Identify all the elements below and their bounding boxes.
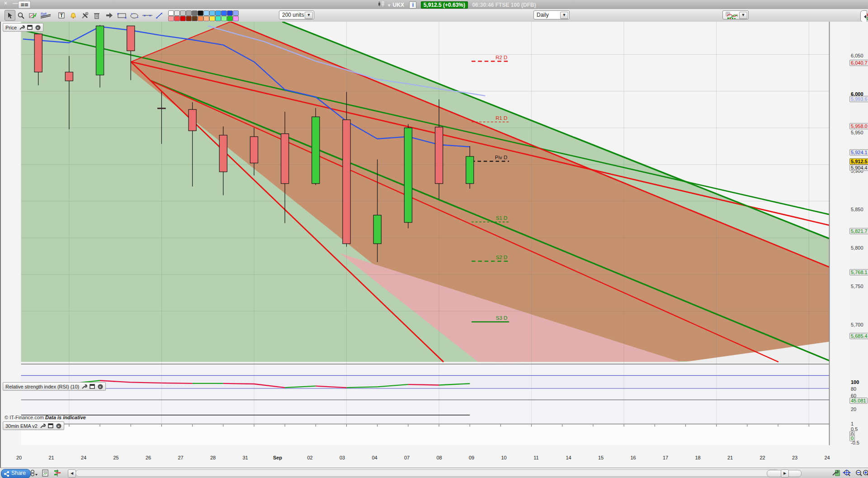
date-label: 04 <box>372 455 377 460</box>
color-swatch[interactable] <box>227 10 233 16</box>
color-swatch[interactable] <box>168 10 174 16</box>
color-swatch[interactable] <box>180 10 186 16</box>
report-icon[interactable] <box>42 469 50 477</box>
color-swatch[interactable] <box>186 16 192 21</box>
color-swatch[interactable] <box>180 16 186 21</box>
raff-channel-tool-button[interactable]: Raff <box>39 10 52 21</box>
color-swatch[interactable] <box>174 10 180 16</box>
scroll-right-button[interactable]: ▶ <box>781 469 789 478</box>
price-badge-label: 5,924.1 <box>849 149 868 156</box>
zoom-tool-button[interactable] <box>15 10 26 21</box>
date-label: 20 <box>16 455 22 460</box>
color-swatch[interactable] <box>198 16 203 21</box>
color-swatch[interactable] <box>221 16 227 21</box>
price-badge-label: 5,912.5 <box>849 158 868 165</box>
date-label: 31 <box>242 455 248 460</box>
color-swatch[interactable] <box>192 10 198 16</box>
timeframe-dropdown[interactable]: Daily▼ <box>533 10 570 19</box>
wrench-icon[interactable] <box>19 25 25 30</box>
color-swatch[interactable] <box>215 10 221 16</box>
delete-trash-button[interactable] <box>91 10 102 21</box>
svg-text:✕: ✕ <box>143 14 146 17</box>
units-dropdown[interactable]: 200 units▼ <box>279 10 314 19</box>
color-swatch[interactable] <box>209 16 215 21</box>
zoom-out-icon[interactable] <box>854 469 863 477</box>
price-axis[interactable]: 6,0506,0005,9505,9005,8505,8005,7505,700… <box>849 22 868 466</box>
price-panel-title: Price <box>5 25 17 30</box>
date-label: 09 <box>469 455 474 460</box>
rsi-tick-label: 80 <box>851 386 856 392</box>
zoom-in-icon[interactable] <box>863 469 868 477</box>
color-swatch[interactable] <box>198 10 203 16</box>
wrench-icon[interactable] <box>81 384 87 389</box>
collapse-side-panel-tab[interactable] <box>860 10 867 22</box>
pivot-level-label: Piv D <box>495 155 507 160</box>
close-panel-icon[interactable]: × <box>35 25 41 30</box>
alert-bell-button[interactable] <box>68 10 79 21</box>
color-swatch[interactable] <box>227 16 233 21</box>
scroll-left-button[interactable]: ◀ <box>68 469 76 478</box>
add-indicator-button[interactable]: ▼ <box>722 10 749 19</box>
close-panel-icon[interactable]: × <box>98 384 104 389</box>
zoom-fit-icon[interactable] <box>843 469 851 477</box>
price-badge-label: 5,904.4 <box>849 165 868 171</box>
horizontal-scrollbar[interactable]: ◀ ≡ ▶ <box>68 469 808 477</box>
ema-panel-header: 30min EMA v2 × <box>3 421 64 430</box>
price-tick-label: 5,750 <box>851 284 863 289</box>
color-swatch[interactable] <box>186 10 192 16</box>
svg-text:✕: ✕ <box>124 16 127 19</box>
panel-window-icon[interactable] <box>27 25 33 30</box>
ellipse-draw-button[interactable]: ++ <box>128 10 141 21</box>
date-label: 25 <box>113 455 118 460</box>
price-tick-label: 5,850 <box>851 207 863 212</box>
color-swatch[interactable] <box>174 16 180 21</box>
info-icon[interactable]: i <box>409 1 416 9</box>
chart-canvas[interactable]: R2 DR1 DPiv DS1 DS2 DS3 D <box>1 22 868 468</box>
indicator-tool-button[interactable] <box>27 10 38 21</box>
settings-tools-button[interactable] <box>80 10 90 21</box>
color-swatch[interactable] <box>233 10 239 16</box>
svg-text:✕: ✕ <box>156 17 158 19</box>
timeframe-dropdown-caret[interactable]: ▼ <box>560 12 568 19</box>
copyright-text: © IT-Finance.com <box>5 415 44 420</box>
instrument-dropdown-caret[interactable]: ▼ <box>387 3 391 8</box>
panel-separator[interactable] <box>21 364 830 364</box>
text-tool-button[interactable]: T <box>56 10 67 21</box>
ema-tick-label: -0.5 <box>851 440 859 445</box>
scrollbar-track[interactable]: ≡ <box>75 469 780 477</box>
price-badge-label: 5,768.1 <box>849 269 868 275</box>
color-swatch[interactable] <box>209 10 215 16</box>
chart-settings-icon[interactable] <box>832 469 840 477</box>
price-tick-label: 5,800 <box>851 245 863 251</box>
close-window-icon[interactable]: × <box>4 0 7 6</box>
share-button[interactable]: Share <box>1 469 31 478</box>
arrow-draw-button[interactable] <box>104 10 115 21</box>
panel-window-icon[interactable] <box>90 384 95 389</box>
candlestick-type-icon[interactable] <box>377 2 386 8</box>
units-dropdown-caret[interactable]: ▼ <box>305 12 313 19</box>
panel-separator[interactable] <box>21 399 830 400</box>
minimize-window-icon[interactable]: — <box>13 0 18 6</box>
color-swatch[interactable] <box>221 10 227 16</box>
rectangle-draw-button[interactable]: ✕✕ <box>116 10 128 21</box>
link-charts-icon[interactable] <box>30 469 38 477</box>
color-swatch[interactable] <box>233 16 239 21</box>
indicator-dropdown-caret[interactable]: ▼ <box>739 12 747 19</box>
panel-window-icon[interactable] <box>48 423 54 429</box>
date-axis: 2021242526272831Sep020304070809101114151… <box>1 455 849 467</box>
color-swatch[interactable] <box>203 16 209 21</box>
keyboard-icon[interactable]: ▦▦ <box>18 1 31 9</box>
trendline-draw-button[interactable]: ✕✕ <box>154 10 165 21</box>
wrench-icon[interactable] <box>40 423 46 429</box>
cursor-tool-button[interactable] <box>5 10 15 21</box>
volume-profile-icon[interactable] <box>53 469 61 477</box>
date-label: 28 <box>210 455 216 460</box>
color-swatch[interactable] <box>203 10 209 16</box>
color-swatch[interactable] <box>215 16 221 21</box>
price-badge-label: 5,821.7 <box>849 228 868 234</box>
segment-draw-button[interactable]: ✕✕ <box>141 10 154 21</box>
color-swatch[interactable] <box>192 16 198 21</box>
pivot-level-label: S3 D <box>496 315 507 321</box>
close-panel-icon[interactable]: × <box>56 423 62 429</box>
color-swatch[interactable] <box>168 16 174 21</box>
